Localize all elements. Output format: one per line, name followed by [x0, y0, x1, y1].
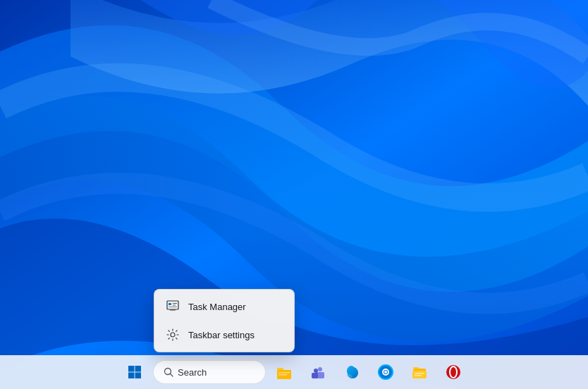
desktop: Task Manager Taskbar settings — [0, 0, 588, 389]
task-manager-label: Task Manager — [188, 302, 246, 312]
groove-icon — [378, 364, 393, 380]
svg-point-25 — [384, 371, 387, 373]
svg-rect-27 — [412, 371, 427, 378]
taskbar: Search — [0, 355, 588, 389]
svg-point-18 — [318, 367, 322, 371]
svg-rect-21 — [312, 373, 318, 378]
windows-logo-icon — [128, 366, 141, 378]
svg-rect-10 — [135, 366, 142, 372]
svg-point-20 — [314, 369, 318, 373]
taskbar-settings-item[interactable]: Taskbar settings — [154, 321, 294, 349]
files-icon — [412, 364, 427, 380]
taskbar-settings-icon — [166, 328, 180, 342]
task-manager-icon — [166, 300, 180, 314]
edge-icon — [344, 364, 360, 380]
taskbar-settings-label: Taskbar settings — [188, 330, 255, 340]
svg-rect-4 — [173, 305, 176, 306]
search-icon — [164, 367, 173, 377]
teams-button[interactable] — [302, 357, 333, 388]
svg-rect-28 — [415, 373, 424, 374]
search-label: Search — [178, 367, 207, 378]
search-bar[interactable]: Search — [153, 360, 266, 384]
context-menu: Task Manager Taskbar settings — [154, 289, 295, 352]
svg-rect-2 — [169, 303, 171, 305]
file-explorer-button[interactable] — [269, 357, 300, 388]
opera-icon — [446, 364, 461, 380]
svg-rect-29 — [415, 375, 422, 376]
task-manager-item[interactable]: Task Manager — [154, 292, 294, 321]
taskbar-icons: Search — [119, 357, 469, 388]
start-button[interactable] — [119, 357, 150, 388]
svg-point-8 — [171, 333, 175, 337]
file-explorer-icon — [276, 364, 292, 380]
svg-rect-17 — [278, 374, 287, 376]
svg-rect-12 — [135, 373, 142, 379]
teams-icon — [310, 364, 326, 380]
svg-rect-16 — [278, 372, 290, 373]
opera-button[interactable] — [438, 357, 469, 388]
groove-button[interactable] — [370, 357, 401, 388]
edge-button[interactable] — [336, 357, 367, 388]
svg-rect-9 — [128, 366, 135, 372]
svg-rect-11 — [128, 373, 135, 379]
svg-rect-5 — [169, 307, 177, 307]
svg-line-14 — [171, 374, 173, 377]
svg-rect-3 — [173, 303, 177, 304]
files-button[interactable] — [404, 357, 435, 388]
